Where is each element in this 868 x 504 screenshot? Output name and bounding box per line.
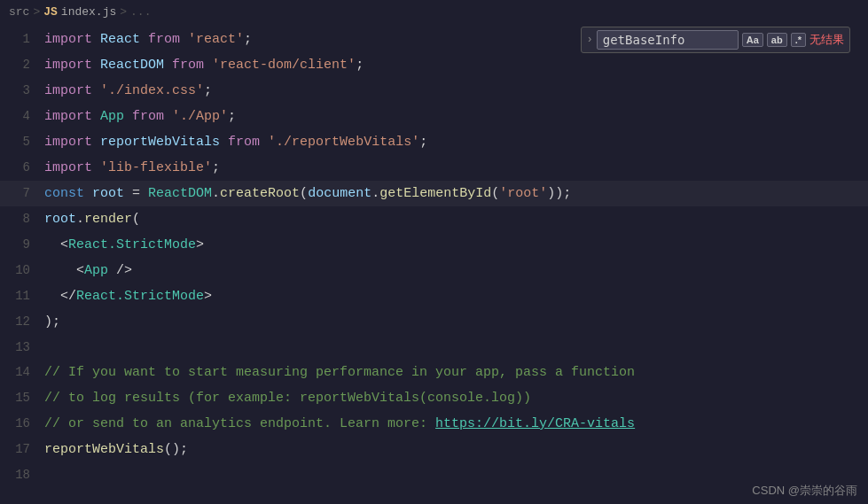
token-ident-createroot: createRoot bbox=[220, 186, 300, 201]
line-number: 8 bbox=[0, 206, 44, 231]
line-content: import reportWebVitals from './reportWeb… bbox=[44, 130, 427, 155]
token-punct bbox=[124, 109, 132, 124]
line-content: // to log results (for example: reportWe… bbox=[44, 386, 531, 411]
breadcrumb-js-label: JS bbox=[43, 5, 58, 19]
token-str: './App' bbox=[172, 109, 228, 124]
line-content: import ReactDOM from 'react-dom/client'; bbox=[44, 53, 364, 78]
token-kw-import: import bbox=[44, 32, 92, 47]
line-content: ); bbox=[44, 310, 60, 335]
token-tag: React.StrictMode bbox=[68, 237, 196, 252]
token-punct: < bbox=[60, 237, 68, 252]
token-str: 'react' bbox=[188, 32, 244, 47]
line-number: 12 bbox=[0, 309, 44, 334]
token-punct bbox=[140, 32, 148, 47]
token-punct bbox=[164, 109, 172, 124]
token-punct: ; bbox=[419, 135, 427, 150]
line-content: // If you want to start measuring perfor… bbox=[44, 361, 635, 385]
code-line-15: 15// to log results (for example: report… bbox=[0, 385, 868, 411]
code-line-10: 10 <App /> bbox=[0, 258, 868, 283]
token-punct: ; bbox=[204, 83, 212, 98]
breadcrumb: src > JS index.js > ... bbox=[0, 0, 868, 23]
search-whole-word-button[interactable]: ab bbox=[767, 33, 787, 47]
line-number: 5 bbox=[0, 129, 44, 154]
code-line-11: 11 </React.StrictMode> bbox=[0, 283, 868, 309]
breadcrumb-sep1: > bbox=[33, 5, 40, 19]
search-input[interactable] bbox=[597, 30, 739, 50]
token-punct: ; bbox=[244, 32, 252, 47]
line-number: 18 bbox=[0, 462, 44, 487]
token-punct bbox=[84, 186, 92, 201]
code-line-6: 6import 'lib-flexible'; bbox=[0, 155, 868, 181]
token-tag-slash: /> bbox=[116, 263, 132, 278]
token-punct: )); bbox=[547, 186, 571, 201]
token-punct: ; bbox=[228, 109, 236, 124]
search-chevron-icon[interactable]: › bbox=[587, 34, 593, 46]
code-line-8: 8root.render( bbox=[0, 206, 868, 232]
token-kw-import: import bbox=[44, 83, 92, 98]
search-no-result-label: 无结果 bbox=[809, 32, 844, 48]
code-line-3: 3import './index.css'; bbox=[0, 78, 868, 104]
token-kw-from: from bbox=[172, 58, 204, 73]
line-content: import './index.css'; bbox=[44, 79, 212, 104]
token-punct: ; bbox=[212, 160, 220, 175]
line-content: const root = ReactDOM.createRoot(documen… bbox=[44, 182, 571, 206]
line-number: 14 bbox=[0, 360, 44, 384]
line-number: 3 bbox=[0, 78, 44, 103]
code-line-9: 9 <React.StrictMode> bbox=[0, 232, 868, 258]
code-line-5: 5import reportWebVitals from './reportWe… bbox=[0, 129, 868, 155]
token-ident-vitals: reportWebVitals bbox=[100, 135, 220, 150]
token-kw-from: from bbox=[132, 109, 164, 124]
search-match-case-button[interactable]: Aa bbox=[742, 33, 763, 47]
code-line-18: 18 bbox=[0, 462, 868, 487]
breadcrumb-dots: ... bbox=[130, 5, 151, 19]
token-ident-root: root bbox=[92, 186, 124, 201]
token-str: 'react-dom/client' bbox=[212, 58, 356, 73]
token-punct bbox=[92, 135, 100, 150]
breadcrumb-sep2: > bbox=[120, 5, 127, 19]
line-number: 17 bbox=[0, 437, 44, 461]
line-content: root.render( bbox=[44, 207, 140, 232]
token-str-root: 'root' bbox=[499, 186, 547, 201]
code-line-17: 17reportWebVitals(); bbox=[0, 437, 868, 462]
token-punct bbox=[92, 160, 100, 175]
token-punct bbox=[92, 109, 100, 124]
token-kw-from: from bbox=[148, 32, 180, 47]
token-kw-const: const bbox=[44, 186, 84, 201]
token-ident-reactdom: ReactDOM bbox=[148, 186, 212, 201]
token-kw-import: import bbox=[44, 135, 92, 150]
token-punct bbox=[44, 263, 76, 278]
line-number: 4 bbox=[0, 104, 44, 128]
token-str: './reportWebVitals' bbox=[268, 135, 419, 150]
breadcrumb-file: index.js bbox=[61, 5, 116, 19]
token-punct: ( bbox=[491, 186, 499, 201]
token-punct: = bbox=[124, 186, 148, 201]
search-regex-button[interactable]: .* bbox=[791, 33, 806, 47]
line-number: 10 bbox=[0, 258, 44, 283]
token-ident-dom: ReactDOM bbox=[100, 58, 164, 73]
code-line-13: 13 bbox=[0, 335, 868, 360]
token-punct: < bbox=[76, 263, 84, 278]
token-kw-from: from bbox=[228, 135, 260, 150]
token-ident-reportweb: reportWebVitals bbox=[44, 442, 164, 457]
footer-label: CSDN @崇崇的谷雨 bbox=[752, 483, 857, 499]
token-punct bbox=[260, 135, 268, 150]
token-str: 'lib-flexible' bbox=[100, 160, 212, 175]
line-content: <App /> bbox=[44, 259, 132, 283]
token-punct: ; bbox=[356, 58, 364, 73]
line-content: // or send to an analytics endpoint. Lea… bbox=[44, 412, 635, 437]
token-punct bbox=[220, 135, 228, 150]
code-line-4: 4import App from './App'; bbox=[0, 104, 868, 129]
token-punct: . bbox=[371, 186, 379, 201]
line-number: 1 bbox=[0, 27, 44, 51]
token-punct: ); bbox=[44, 314, 60, 330]
line-number: 2 bbox=[0, 52, 44, 77]
code-line-16: 16// or send to an analytics endpoint. L… bbox=[0, 411, 868, 437]
code-area: 1import React from 'react';2import React… bbox=[0, 23, 868, 487]
token-punct bbox=[44, 289, 60, 304]
code-line-2: 2import ReactDOM from 'react-dom/client'… bbox=[0, 52, 868, 78]
line-content: reportWebVitals(); bbox=[44, 438, 188, 462]
token-kw-import: import bbox=[44, 160, 92, 175]
code-line-12: 12); bbox=[0, 309, 868, 335]
token-punct bbox=[92, 83, 100, 98]
token-punct bbox=[92, 58, 100, 73]
